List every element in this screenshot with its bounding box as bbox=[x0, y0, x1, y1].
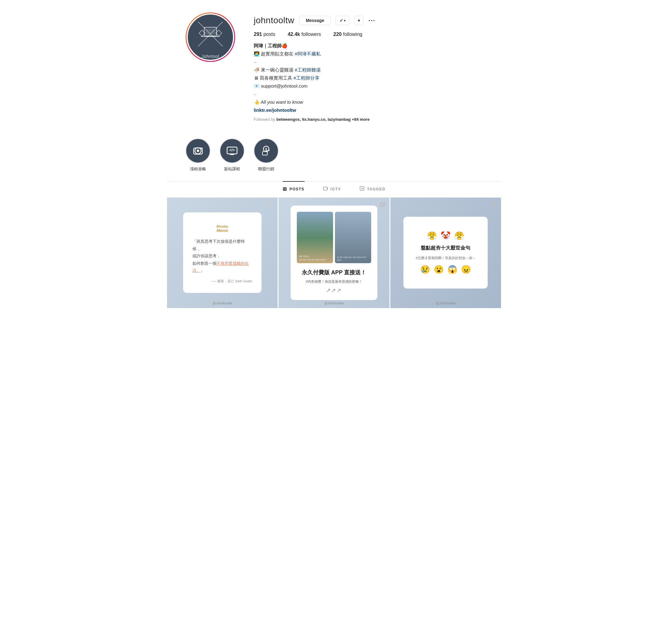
posts-label: posts bbox=[263, 32, 275, 37]
bio-line2: 🍜 來一碗心靈雞湯 #工程師雞湯 bbox=[254, 66, 489, 74]
svg-rect-5 bbox=[206, 29, 215, 35]
post1-content: Monday Memo 「與其思考下次放假是什麼時候，或許你該思考，如何創造一個… bbox=[167, 198, 278, 308]
tab-tagged[interactable]: TAGGED bbox=[360, 181, 385, 197]
highlight-item-3[interactable]: $ 聯盟行銷 bbox=[254, 138, 278, 172]
bio-link[interactable]: linktr.ee/johntooltw bbox=[254, 107, 296, 113]
avatar-content: Johntool bbox=[188, 15, 233, 60]
stats-row: 291 posts 42.4k followers 220 following bbox=[254, 32, 489, 37]
post3-subtitle: #怎麼才星期四啊！哥真的好想放～假～ bbox=[416, 256, 475, 261]
post2-story-sub: My StoryLife can only be understood... bbox=[299, 255, 327, 261]
svg-text:$: $ bbox=[265, 147, 267, 151]
followers-label: followers bbox=[302, 32, 321, 37]
follow-check-icon: ✓ bbox=[339, 18, 343, 23]
bio-line1: 🧑‍💻 超實用貼文都在 #阿瑋不藏私 bbox=[254, 50, 489, 58]
profile-top-row: johntooltw Message ✓ ▾ ▾ ··· bbox=[254, 15, 489, 26]
tab-posts[interactable]: ⊞ POSTS bbox=[283, 181, 305, 197]
post-cell-1[interactable]: Monday Memo 「與其思考下次放假是什麼時候，或許你該思考，如何創造一個… bbox=[167, 198, 278, 308]
post1-monday-label: Monday Memo bbox=[216, 225, 228, 233]
follow-button[interactable]: ✓ ▾ bbox=[336, 16, 349, 25]
tab-posts-label: POSTS bbox=[289, 187, 304, 191]
highlight-item-2[interactable]: </> 架站課程 bbox=[220, 138, 244, 172]
followed-by-more-link[interactable]: +84 more bbox=[352, 117, 369, 122]
posts-stat[interactable]: 291 posts bbox=[254, 32, 275, 37]
following-stat[interactable]: 220 following bbox=[333, 32, 362, 37]
follow-dropdown-arrow: ▾ bbox=[344, 19, 346, 22]
followed-by: Followed by betweengos, its.hanyu.co, la… bbox=[254, 116, 489, 123]
avatar: Johntool bbox=[186, 13, 234, 61]
svg-point-10 bbox=[201, 147, 203, 149]
post1-corner-icon bbox=[267, 202, 273, 208]
dropdown-arrow-button[interactable]: ▾ bbox=[354, 16, 363, 25]
bio: 阿瑋｜工程師🍎 🧑‍💻 超實用貼文都在 #阿瑋不藏私 – 🍜 來一碗心靈雞湯 #… bbox=[254, 42, 489, 123]
post1-underline-text: 不會想要逃離的生活。 bbox=[193, 261, 249, 273]
highlight-circle-3: $ bbox=[254, 138, 278, 163]
emoji-6: 😱 bbox=[447, 265, 457, 274]
post1-card: Monday Memo 「與其思考下次放假是什麼時候，或許你該思考，如何創造一個… bbox=[183, 213, 261, 293]
post1-author: ── 賽斯．高汀 Seth Godin bbox=[193, 279, 252, 284]
highlight-circle-2: </> bbox=[220, 138, 244, 163]
tab-igtv-icon bbox=[323, 186, 328, 192]
highlight-label-3: 聯盟行銷 bbox=[258, 166, 274, 172]
svg-point-8 bbox=[197, 150, 199, 152]
multi-post-icon-3 bbox=[491, 202, 497, 207]
bio-name-line: 阿瑋｜工程師🍎 bbox=[254, 42, 489, 49]
highlight-label-1: 漲粉攻略 bbox=[190, 166, 206, 172]
svg-rect-28 bbox=[381, 202, 385, 206]
hashtag-link-3[interactable]: #工程師分享 bbox=[293, 75, 319, 80]
post2-tagline2: #內有抽獎！保證是最有質感的那種！ bbox=[306, 279, 362, 284]
emoji-2: 🤡 bbox=[441, 231, 451, 240]
svg-text:</>: </> bbox=[229, 148, 234, 152]
igtv-icon-svg bbox=[323, 186, 328, 191]
message-button[interactable]: Message bbox=[299, 16, 331, 25]
post3-corner-icon bbox=[491, 202, 497, 209]
profile-section: Johntool johntooltw Message ✓ ▾ ▾ ··· 29… bbox=[167, 0, 501, 132]
tab-igtv[interactable]: IGTV bbox=[323, 181, 341, 197]
followers-stat[interactable]: 42.4k followers bbox=[288, 32, 321, 37]
username: johntooltw bbox=[254, 15, 294, 26]
post2-photo1: My StoryLife can only be understood... bbox=[297, 212, 333, 264]
highlight-icon-1 bbox=[191, 144, 205, 158]
post1-quote-text: 「與其思考下次放假是什麼時候，或許你該思考，如何創造一個不會想要逃離的生活。」 bbox=[193, 238, 252, 274]
post2-photo2: be the only one, but if you do it right.… bbox=[335, 212, 371, 264]
post-cell-3[interactable]: 😤 🤡 😤 盤點超夯十大厭世金句 #怎麼才星期四啊！哥真的好想放～假～ 😢 😮 … bbox=[390, 198, 501, 308]
posts-grid: Monday Memo 「與其思考下次放假是什麼時候，或許你該思考，如何創造一個… bbox=[167, 198, 501, 308]
hashtag-link-1[interactable]: #阿瑋不藏私 bbox=[295, 51, 320, 56]
more-options-button[interactable]: ··· bbox=[368, 17, 376, 24]
posts-count: 291 bbox=[254, 32, 262, 37]
post3-content: 😤 🤡 😤 盤點超夯十大厭世金句 #怎麼才星期四啊！哥真的好想放～假～ 😢 😮 … bbox=[390, 198, 501, 308]
svg-rect-18 bbox=[323, 187, 327, 190]
bio-sep1: – bbox=[254, 58, 489, 66]
emoji-3: 😤 bbox=[454, 231, 464, 240]
tab-posts-icon: ⊞ bbox=[283, 186, 287, 192]
post3-emojis-top: 😤 🤡 😤 bbox=[427, 231, 464, 240]
post2-arrows: ↗↗↗ bbox=[326, 287, 342, 294]
avatar-wrapper[interactable]: Johntool bbox=[186, 12, 235, 62]
emoji-7: 😠 bbox=[461, 265, 471, 274]
svg-point-24 bbox=[269, 204, 271, 206]
highlight-label-2: 架站課程 bbox=[224, 166, 240, 172]
emoji-4: 😢 bbox=[420, 265, 430, 274]
avatar-label: Johntool bbox=[202, 54, 219, 59]
bio-sep2: – bbox=[254, 90, 489, 98]
hashtag-link-2[interactable]: #工程師雞湯 bbox=[295, 67, 320, 73]
followed-by-names: betweengos, its.hanyu.co, lazymanbag bbox=[276, 117, 351, 122]
avatar-svg bbox=[192, 15, 229, 53]
following-label: following bbox=[343, 32, 362, 37]
tabs-section: ⊞ POSTS IGTV TAGGED bbox=[167, 181, 501, 197]
bio-link-line: linktr.ee/johntooltw bbox=[254, 107, 489, 114]
post3-card: 😤 🤡 😤 盤點超夯十大厭世金句 #怎麼才星期四啊！哥真的好想放～假～ 😢 😮 … bbox=[404, 217, 488, 288]
highlight-item-1[interactable]: 漲粉攻略 bbox=[186, 138, 210, 172]
post2-card: My StoryLife can only be understood... b… bbox=[291, 206, 377, 300]
post3-title: 盤點超夯十大厭世金句 bbox=[421, 245, 470, 251]
bio-name: 阿瑋｜工程師 bbox=[254, 43, 282, 48]
tab-tagged-label: TAGGED bbox=[367, 187, 385, 191]
followers-count: 42.4k bbox=[288, 32, 300, 37]
bio-email: 📧 support@johntool.com bbox=[254, 82, 489, 90]
highlights-section: 漲粉攻略 </> 架站課程 $ 聯盟行銷 bbox=[167, 132, 501, 181]
post-cell-2[interactable]: My StoryLife can only be understood... b… bbox=[278, 198, 389, 308]
post2-photos: My StoryLife can only be understood... b… bbox=[297, 212, 371, 264]
post2-content: My StoryLife can only be understood... b… bbox=[278, 198, 389, 308]
post3-watermark: @Johntooltw bbox=[436, 301, 455, 305]
post3-emojis-bot: 😢 😮 😱 😠 bbox=[420, 265, 471, 274]
highlight-icon-2: </> bbox=[225, 144, 239, 158]
